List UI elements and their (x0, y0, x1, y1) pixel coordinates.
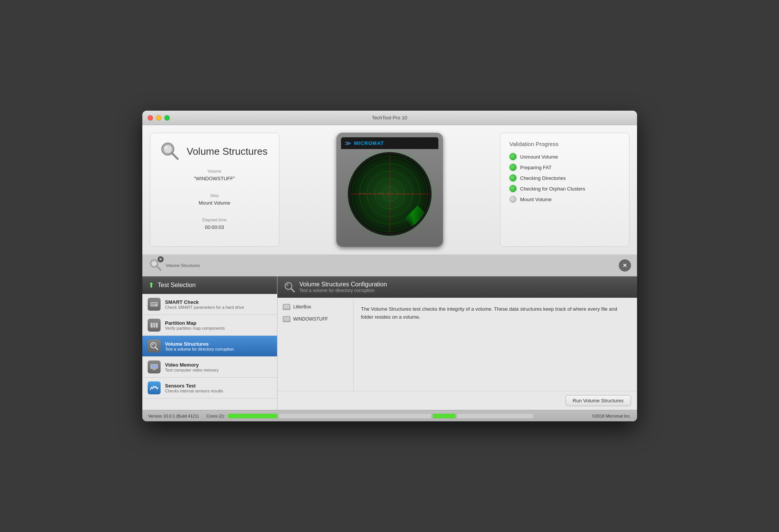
partition-map-icon-box (148, 319, 161, 332)
volume-item-windowstuff[interactable]: WINDOWSTUFF (277, 313, 353, 325)
svg-point-23 (286, 284, 288, 286)
right-panel-title-group: Volume Structures Configuration Test a v… (299, 281, 387, 293)
toolbar-icon-wrapper: ✕ (148, 258, 162, 273)
close-panel-button[interactable]: ✕ (619, 259, 631, 272)
svg-rect-20 (152, 370, 156, 370)
validation-item-0: Unmount Volume (510, 153, 620, 160)
run-btn-container: Run Volume Structures (277, 391, 637, 410)
copyright-label: ©2018 Micromat Inc. (592, 414, 631, 418)
elapsed-label: Elapsed time (194, 217, 235, 224)
validation-title: Validation Progress (510, 141, 620, 147)
close-button[interactable] (148, 115, 153, 121)
validation-item-2: Checking Directories (510, 175, 620, 181)
validation-items: Unmount Volume Preparing FAT Checking Di… (510, 153, 620, 203)
validation-item-4: Mount Volume (510, 196, 620, 203)
left-panel: ⬆ Test Selection SMART Check Check SMART… (142, 276, 277, 410)
video-memory-text: Video Memory Test computer video memory (165, 362, 219, 372)
volume-list: LitterBox WINDOWSTUFF (277, 298, 354, 391)
smart-check-desc: Check SMART parameters for a hard drive (165, 305, 244, 310)
status-dot-2 (510, 175, 516, 181)
version-label: Version 10.0.1 (Build 4121) (148, 414, 199, 418)
right-content-area: LitterBox WINDOWSTUFF Th (277, 298, 637, 410)
test-item-partition-map[interactable]: Partition Map Verify partition map compo… (142, 315, 277, 336)
test-item-video-memory[interactable]: Video Memory Test computer video memory (142, 357, 277, 378)
status-dot-4 (510, 196, 516, 203)
radar-widget: ≫ MICROMAT (336, 133, 443, 247)
run-volume-structures-button[interactable]: Run Volume Structures (566, 395, 631, 406)
pulse-icon: ⬆ (148, 281, 154, 289)
volume-item-litterbox[interactable]: LitterBox (277, 301, 353, 313)
sensors-icon (150, 384, 158, 392)
volume-structures-text: Volume Structures Test a volume for dire… (165, 341, 234, 351)
sensors-test-desc: Checks internal sensors results (165, 389, 223, 393)
disk-icon-2 (283, 316, 290, 322)
traffic-lights (148, 115, 170, 121)
video-memory-icon-box (148, 360, 161, 373)
info-card: Volume Structures Volume "WINDOWSTUFF" S… (150, 133, 279, 247)
right-panel-icon (284, 281, 296, 293)
volume-name-windowstuff: WINDOWSTUFF (293, 316, 328, 322)
partition-icon (150, 321, 158, 329)
disk-icon (283, 304, 290, 310)
validation-label-4: Mount Volume (520, 197, 552, 202)
minimize-button[interactable] (156, 115, 161, 121)
status-dot-0 (510, 153, 516, 160)
brand-chevron: ≫ (345, 140, 351, 147)
cores-bar-1 (228, 414, 277, 418)
smart-check-icon-box (148, 298, 161, 311)
close-icon: ✕ (623, 262, 627, 268)
sensors-test-name: Sensors Test (165, 383, 223, 389)
svg-line-2 (172, 153, 178, 159)
top-panel: Volume Structures Volume "WINDOWSTUFF" S… (142, 125, 637, 255)
test-selection-title: Test Selection (158, 282, 196, 289)
test-item-volume-structures[interactable]: Volume Structures Test a volume for dire… (142, 336, 277, 357)
volume-structures-desc: Test a volume for directory corruption (165, 347, 234, 351)
status-dot-1 (510, 164, 516, 171)
status-bar: Version 10.0.1 (Build 4121) Cores (2): ©… (142, 410, 637, 421)
svg-point-1 (164, 145, 172, 153)
step-value: Mount Volume (194, 199, 235, 207)
svg-line-6 (157, 267, 161, 270)
cores-section: Cores (2): (206, 414, 533, 418)
sensors-test-icon-box (148, 381, 161, 394)
right-panel-header: Volume Structures Configuration Test a v… (277, 276, 637, 298)
info-card-header: Volume Structures (159, 141, 270, 162)
validation-label-2: Checking Directories (520, 175, 566, 181)
main-content: ⬆ Test Selection SMART Check Check SMART… (142, 276, 637, 410)
svg-point-10 (155, 305, 156, 306)
smart-check-text: SMART Check Check SMART parameters for a… (165, 299, 244, 310)
volume-detail: Volume "WINDOWSTUFF" Step Mount Volume E… (194, 168, 235, 231)
remove-badge[interactable]: ✕ (158, 256, 164, 262)
titlebar: TechTool Pro 10 (142, 111, 637, 125)
svg-line-15 (155, 347, 158, 349)
toolbar-label: Volume Structures (166, 263, 200, 268)
validation-item-1: Preparing FAT (510, 164, 620, 171)
volume-structures-name: Volume Structures (165, 341, 234, 347)
svg-rect-18 (151, 365, 157, 368)
partition-map-name: Partition Map (165, 320, 225, 326)
volume-structures-icon (159, 141, 181, 162)
radar-crosshair-v (390, 154, 390, 233)
video-memory-name: Video Memory (165, 362, 219, 368)
maximize-button[interactable] (164, 115, 170, 121)
svg-point-5 (152, 261, 156, 266)
right-panel-subtitle: Test a volume for directory corruption (299, 288, 387, 293)
windowstuff-vol-icon (283, 316, 290, 322)
cores-label: Cores (2): (206, 414, 225, 418)
cores-bar-container (228, 414, 533, 418)
test-item-sensors-test[interactable]: Sensors Test Checks internal sensors res… (142, 378, 277, 399)
right-panel: Volume Structures Configuration Test a v… (277, 276, 637, 410)
partition-map-text: Partition Map Verify partition map compo… (165, 320, 225, 330)
left-panel-header: ⬆ Test Selection (142, 276, 277, 294)
status-dot-3 (510, 185, 516, 192)
magnifier-icon (150, 342, 158, 350)
cores-bar-bg (279, 414, 431, 418)
right-panel-description: The Volume Structures test checks the in… (354, 298, 637, 391)
svg-rect-11 (150, 322, 158, 328)
svg-rect-27 (284, 317, 290, 321)
cores-bar-bg-2 (457, 414, 533, 418)
test-title: Volume Structures (187, 146, 268, 157)
video-memory-desc: Test computer video memory (165, 368, 219, 372)
validation-card: Validation Progress Unmount Volume Prepa… (500, 133, 629, 247)
test-item-smart-check[interactable]: SMART Check Check SMART parameters for a… (142, 294, 277, 315)
